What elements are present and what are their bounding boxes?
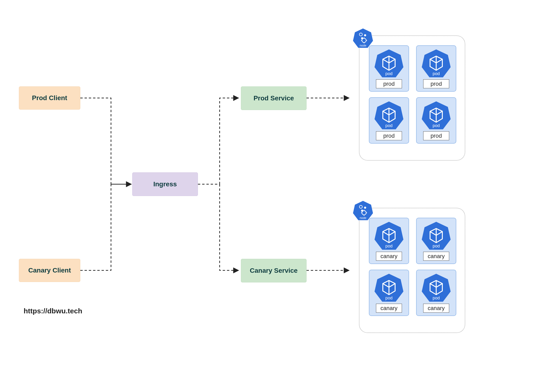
pod-label: prod — [376, 79, 402, 88]
connectors — [0, 0, 559, 392]
pod-icon — [374, 272, 404, 303]
pod-label: canary — [423, 252, 449, 261]
prod-client-box: Prod Client — [19, 86, 80, 110]
pod-label: canary — [376, 304, 402, 313]
ingress-box: Ingress — [132, 172, 198, 196]
pod-label: prod — [423, 131, 449, 140]
pod-icon — [421, 100, 452, 131]
pod-icon — [374, 221, 404, 251]
canary-node-cluster: canary canary canary canary — [359, 208, 465, 333]
canary-pod: canary — [369, 218, 409, 264]
prod-service-label: Prod Service — [253, 94, 294, 102]
canary-client-label: Canary Client — [28, 267, 71, 274]
prod-pod: prod — [416, 45, 456, 92]
canary-service-box: Canary Service — [241, 259, 307, 282]
pod-icon — [374, 100, 404, 131]
prod-pod: prod — [369, 45, 409, 92]
pod-label: prod — [423, 79, 449, 88]
pod-label: prod — [376, 131, 402, 140]
pod-label: canary — [376, 252, 402, 261]
prod-service-box: Prod Service — [241, 86, 307, 110]
prod-client-label: Prod Client — [32, 94, 67, 102]
prod-pod: prod — [369, 97, 409, 144]
canary-pod: canary — [416, 270, 456, 316]
pod-icon — [421, 48, 452, 79]
canary-pod: canary — [416, 218, 456, 264]
pod-icon — [421, 221, 452, 251]
ingress-label: Ingress — [153, 180, 177, 188]
pod-icon — [374, 48, 404, 79]
pod-icon — [421, 272, 452, 303]
prod-node-cluster: prod prod prod prod — [359, 35, 465, 161]
canary-service-label: Canary Service — [250, 267, 298, 274]
pod-label: canary — [423, 304, 449, 313]
credit-url: https://dbwu.tech — [24, 307, 82, 315]
canary-client-box: Canary Client — [19, 259, 80, 282]
canary-pod: canary — [369, 270, 409, 316]
prod-pod: prod — [416, 97, 456, 144]
